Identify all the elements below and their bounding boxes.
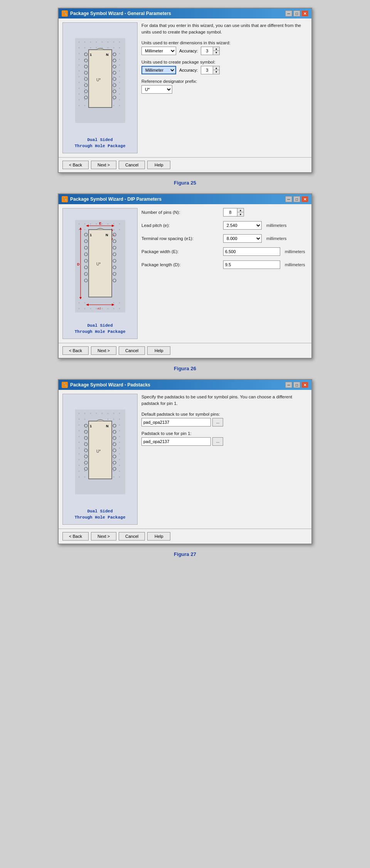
svg-point-175 [119,430,120,431]
next-btn-26[interactable]: Next > [91,346,116,355]
left-panel-25: 1 N U* [62,22,138,153]
help-btn-26[interactable]: Help [147,346,170,355]
num-pins-group: Number of pins (N): 8 ▲ ▼ [141,208,308,217]
accuracy-create-spin-down[interactable]: ▼ [213,70,219,74]
accuracy-create-spin-up[interactable]: ▲ [213,66,219,70]
num-pins-spinner[interactable]: 8 ▲ ▼ [223,208,244,217]
default-pad-group: Default padstack to use for symbol pins:… [141,412,308,426]
units-create-select[interactable]: Millimeter [141,66,176,74]
right-panel-26: Number of pins (N): 8 ▲ ▼ Lead pitch (e)… [141,208,308,339]
num-pins-spin-buttons: ▲ ▼ [237,208,244,216]
svg-point-159 [113,413,114,414]
back-btn-26[interactable]: < Back [62,346,89,355]
terminal-row-label: Terminal row spacing (e1): [141,236,219,241]
terminal-row-row: Terminal row spacing (e1): 8.000 millime… [141,234,308,243]
pkg-length-input[interactable]: 9.5 [223,260,280,269]
svg-point-102 [96,308,97,309]
accuracy-enter-spin-down[interactable]: ▼ [213,51,219,55]
svg-point-114 [119,302,120,303]
svg-point-199 [113,459,114,460]
svg-point-192 [84,453,85,454]
svg-point-113 [113,302,114,303]
svg-point-211 [78,476,79,477]
pin1-pad-browse-btn[interactable]: ... [212,437,223,446]
cancel-btn-25[interactable]: Cancel [119,161,145,169]
chip-svg-25: 1 N U* [75,38,125,123]
svg-point-163 [107,418,108,420]
maximize-btn-27[interactable]: □ [293,382,300,388]
svg-point-58 [84,99,85,100]
back-btn-25[interactable]: < Back [62,161,89,169]
maximize-btn-25[interactable]: □ [293,10,300,17]
svg-point-47 [78,87,79,89]
figura-label-26: Figura 26 [174,366,196,371]
svg-text:e1: e1 [98,307,101,310]
maximize-btn-26[interactable]: □ [293,196,300,202]
svg-point-103 [101,308,103,309]
svg-point-154 [84,413,85,414]
svg-point-93 [90,223,91,224]
svg-point-212 [84,476,85,477]
title-bar-25: 🔧 Package Symbol Wizard - General Parame… [59,8,311,18]
accuracy-enter-spin-buttons: ▲ ▼ [213,47,219,55]
refdes-group: Reference designator prefix: U* [141,79,308,94]
minimize-btn-27[interactable]: ─ [285,382,292,388]
pkg-width-input[interactable]: 6.500 [223,247,280,256]
lead-pitch-select[interactable]: 2.540 [223,221,262,230]
svg-point-218 [119,476,120,477]
pin1-pad-input[interactable]: pad_opa2137 [141,437,211,446]
help-btn-25[interactable]: Help [147,161,170,169]
units-create-row: Millimeter Accuracy: 3 ▲ ▼ [141,66,308,74]
accuracy-enter-spin-up[interactable]: ▲ [213,47,219,51]
svg-point-196 [78,459,79,460]
accuracy-enter-spinner[interactable]: 3 ▲ ▼ [201,47,220,55]
close-btn-26[interactable]: ✕ [301,196,308,202]
minimize-btn-26[interactable]: ─ [285,196,292,202]
accuracy-enter-input[interactable]: 3 [201,47,213,55]
num-pins-input[interactable]: 8 [224,208,237,216]
svg-point-186 [78,447,79,448]
cancel-btn-27[interactable]: Cancel [119,532,145,541]
svg-point-155 [90,413,91,414]
back-btn-27[interactable]: < Back [62,532,89,541]
default-pad-input[interactable]: pad_opa2137 [141,418,211,426]
next-btn-25[interactable]: Next > [91,161,116,169]
svg-point-95 [101,223,103,224]
refdes-select[interactable]: U* [141,85,172,94]
minimize-btn-25[interactable]: ─ [285,10,292,17]
accuracy-create-input[interactable]: 3 [201,66,213,74]
close-btn-25[interactable]: ✕ [301,10,308,17]
svg-point-21 [119,53,120,54]
svg-point-31 [119,64,120,65]
units-enter-select[interactable]: Millimeter [141,47,176,55]
left-panel-26: E e 1 N U* [62,208,138,339]
svg-point-12 [96,47,97,48]
svg-point-6 [107,41,108,42]
svg-point-26 [119,59,120,60]
right-panel-27: Specify the padstacks to be used for sym… [141,394,308,525]
svg-point-61 [119,99,120,100]
svg-point-171 [78,430,79,431]
svg-point-104 [107,308,108,309]
default-pad-label: Default padstack to use for symbol pins: [141,412,308,416]
svg-text:U*: U* [96,449,101,453]
default-pad-browse-btn[interactable]: ... [212,418,223,426]
svg-point-50 [113,87,114,89]
svg-point-36 [119,70,120,71]
terminal-row-select[interactable]: 8.000 [223,234,262,243]
next-btn-27[interactable]: Next > [91,532,116,541]
svg-point-1 [78,41,79,42]
accuracy-create-spin-buttons: ▲ ▼ [213,66,219,74]
default-pad-row: pad_opa2137 ... [141,418,308,426]
svg-point-166 [78,424,79,425]
svg-point-181 [78,442,79,443]
num-pins-spin-down[interactable]: ▼ [237,212,244,216]
num-pins-spin-up[interactable]: ▲ [237,208,244,212]
accuracy-create-spinner[interactable]: 3 ▲ ▼ [201,66,220,74]
cancel-btn-26[interactable]: Cancel [119,346,145,355]
close-btn-27[interactable]: ✕ [301,382,308,388]
help-btn-27[interactable]: Help [147,532,170,541]
svg-point-13 [101,47,103,48]
svg-point-109 [113,229,114,230]
svg-point-180 [119,436,120,437]
